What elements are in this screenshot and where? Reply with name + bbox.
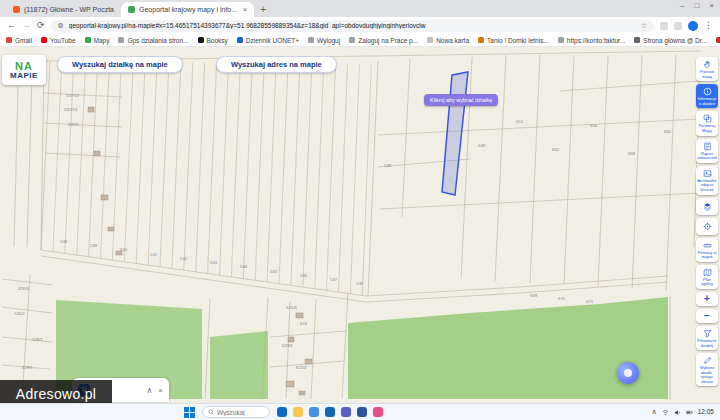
compare-maps-tool[interactable]: Porównaj Mapy [696,111,718,135]
edge-icon[interactable] [277,407,287,417]
battery-icon[interactable] [686,409,693,416]
clock[interactable]: 12:05 [698,408,714,415]
bookmark-item[interactable]: Nowa karta [427,37,469,44]
back-icon[interactable]: ← [7,21,16,30]
browser-menu-icon[interactable]: ⋮ [704,21,713,30]
close-icon[interactable]: × [709,1,714,10]
parcel-tooltip: Kliknij aby wybrać działkę [424,94,498,106]
bookmark-item[interactable]: Dziennik UONET+ [237,37,299,44]
bookmark-favicon [427,37,433,43]
bookmark-label: https://konto:faktur... [567,37,626,44]
profile-avatar[interactable] [688,21,698,31]
report-tool[interactable]: Raport uwłaszczeń [696,139,718,163]
zoom-out-button[interactable]: − [696,309,718,323]
bookmark-star-icon[interactable]: ☆ [641,22,647,30]
wifi-icon[interactable] [662,409,669,416]
bookmark-item[interactable]: Tanio ! Domki letnis... [478,37,549,44]
bookmark-label: Wyloguj [317,37,340,44]
ruler-icon [703,241,712,250]
taskbar-search-input[interactable] [217,409,263,416]
bookmark-label: Gps działania stron... [127,37,188,44]
parcel-label: 329/1 [22,365,33,370]
tool-label: Pomiary w mapie [697,251,717,260]
parcel-label: 671 [586,299,594,304]
search-parcel-button[interactable]: Wyszukaj działkę na mapie [57,56,183,73]
target-icon [703,222,712,231]
zoom-in-button[interactable]: + [696,292,718,306]
forward-icon[interactable]: → [22,21,31,30]
pan-tool[interactable]: Przesuń mapę [696,57,718,81]
tray-chevron-icon[interactable]: ∧ [652,408,657,416]
general-plan-tool[interactable]: Plan ogólny [696,265,718,289]
measure-tool[interactable]: Pomiary w mapie [696,238,718,262]
layers-tool[interactable] [696,198,718,215]
extension-icon[interactable] [660,22,668,30]
minimize-icon[interactable]: – [680,1,684,10]
bookmark-favicon [237,37,243,43]
bookmark-favicon [41,37,47,43]
bookmark-item[interactable]: YouTube [41,37,76,44]
parcel-label: 623/1 [282,343,293,348]
bookmark-item[interactable]: Gmail [6,37,32,44]
parcel-label: 547 [330,277,338,282]
parcel-label: 625/3 [286,305,297,310]
search-address-button[interactable]: Wyszukaj adres na mapie [216,56,337,73]
tool-label: Plan ogólny [697,278,717,287]
file-explorer-icon[interactable] [293,407,303,417]
tab-wp-poczta[interactable]: (11872) Główne - WP Poczta [6,2,121,17]
bookmark-item[interactable]: Booksy [198,37,228,44]
draw-select-tool[interactable]: Wybierz działki, rysując obszar [696,353,718,386]
tool-label: Raport uwłaszczeń [697,152,718,161]
bookmark-item[interactable]: Strona główna @ Dr... [634,37,707,44]
bookmark-item[interactable]: Zaloguj na Prace p... [349,37,418,44]
map-viewport: 537/14537/13537/253853954054154254354454… [0,47,720,403]
extensions-puzzle-icon[interactable] [674,22,682,30]
collapse-icon[interactable]: ∧ [146,386,152,395]
speaker-icon[interactable] [674,409,681,416]
tool-label: + [704,293,710,304]
plan-icon [703,268,712,277]
bookmark-item[interactable]: https://konto:faktur... [558,37,626,44]
bookmark-label: Zaloguj na Prace p... [358,37,418,44]
desktop: (11872) Główne - WP Poczta Geoportal kra… [0,0,720,420]
locate-tool[interactable] [696,218,718,235]
chrome-icon[interactable] [309,407,319,417]
cadastral-map[interactable]: 537/14537/13537/253853954054154254354454… [0,47,720,403]
bookmark-item[interactable]: Gps działania stron... [118,37,188,44]
parcel-label: 538 [60,239,68,244]
bookmark-favicon [634,37,640,43]
site-settings-icon[interactable]: ⚙ [58,22,64,30]
outlook-icon[interactable] [325,407,335,417]
bookmark-favicon [478,37,484,43]
photos-icon[interactable] [373,407,383,417]
chat-button[interactable] [617,362,639,384]
layers-icon [703,202,712,211]
taskbar-search[interactable] [202,406,270,418]
bookmark-favicon [85,37,91,43]
maximize-icon[interactable]: □ [694,1,699,10]
panel-close-icon[interactable]: × [158,386,163,395]
tool-label: Archiwalne zdjęcia lotnicze [697,179,717,193]
aerial-archive-tool[interactable]: Archiwalne zdjęcia lotnicze [696,166,718,195]
bookmark-item[interactable]: Mapy [85,37,110,44]
bookmark-item[interactable]: Wyloguj [308,37,340,44]
start-button[interactable] [184,407,195,418]
parcel-label: 656 [590,123,598,128]
tab-close-icon[interactable]: × [243,6,247,13]
bookmark-favicon [308,37,314,43]
new-tab-icon[interactable]: + [260,2,266,17]
parcel-info-tool[interactable]: Informacje o działce [696,84,718,108]
browser-tab-bar: (11872) Główne - WP Poczta Geoportal kra… [0,0,720,17]
bookmark-item[interactable]: Logowanie do Sant... [716,37,720,44]
filter-parcels-tool[interactable]: Filtrowanie działek [696,326,718,350]
reload-icon[interactable]: ⟳ [37,21,45,30]
url-bar[interactable]: ⚙ geoportal-krajowy.pl/na-mapie#x=15.465… [51,20,654,32]
bookmark-favicon [118,37,124,43]
url-text: geoportal-krajowy.pl/na-mapie#x=15.46517… [69,22,636,29]
teams-icon[interactable] [341,407,351,417]
word-icon[interactable] [357,407,367,417]
browser-address-bar: ← → ⟳ ⚙ geoportal-krajowy.pl/na-mapie#x=… [0,17,720,34]
geoportal-favicon [128,6,135,13]
namapie-logo[interactable]: NA MAPIE [2,55,46,85]
tab-geoportal[interactable]: Geoportal krajowy mapy i info... × [121,2,254,17]
